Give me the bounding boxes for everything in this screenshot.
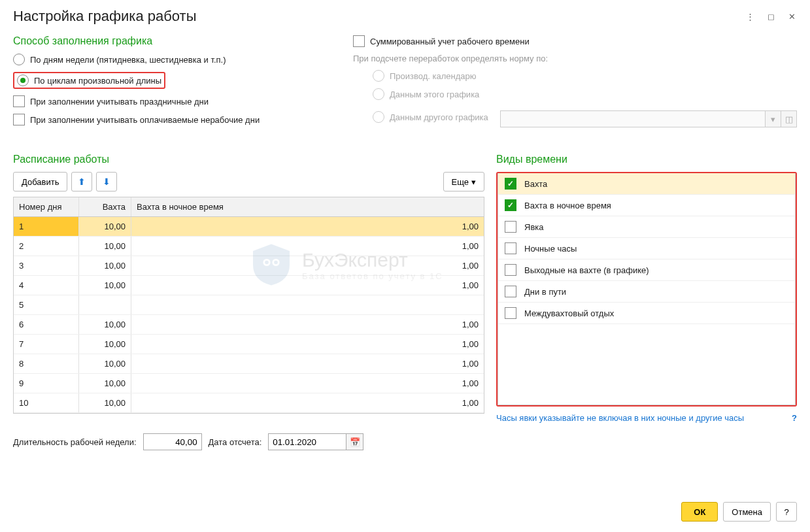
week-length-label: Длительность рабочей недели:: [13, 437, 137, 447]
calendar-icon[interactable]: 📅: [346, 433, 363, 450]
cell-night: 1,00: [131, 374, 484, 393]
time-type-checkbox[interactable]: [505, 264, 516, 276]
table-row[interactable]: 110,001,00: [14, 217, 484, 237]
ok-button[interactable]: ОК: [681, 502, 718, 522]
time-type-checkbox[interactable]: [505, 286, 516, 297]
th-num: Номер дня: [14, 197, 79, 216]
cell-vakhta: 10,00: [79, 256, 131, 275]
maximize-icon[interactable]: ◻: [766, 11, 776, 22]
arrow-down-icon: ⬇: [103, 176, 110, 187]
overtime-norm-label: При подсчете переработок определять норм…: [353, 54, 797, 63]
time-type-checkbox[interactable]: [505, 178, 516, 190]
table-row[interactable]: 810,001,00: [14, 354, 484, 374]
time-type-row[interactable]: Дни в пути: [498, 281, 795, 303]
time-type-label: Явка: [524, 222, 544, 232]
time-type-label: Дни в пути: [524, 287, 566, 297]
close-icon[interactable]: ✕: [786, 11, 797, 22]
check-consider-holidays[interactable]: [13, 95, 25, 107]
cell-night: 1,00: [131, 335, 484, 354]
time-type-label: Междувахтовый отдых: [524, 308, 614, 318]
table-row[interactable]: 910,001,00: [14, 374, 484, 393]
fill-method-title: Способ заполнения графика: [13, 35, 327, 47]
radio-by-cycles-label: По циклам произвольной длины: [34, 76, 161, 86]
cell-num: 1: [14, 217, 79, 236]
time-type-label: Вахта в ночное время: [524, 201, 611, 210]
time-type-checkbox[interactable]: [505, 199, 516, 211]
table-row[interactable]: 1010,001,00: [14, 393, 484, 413]
help-button[interactable]: ?: [776, 502, 797, 522]
table-header: Номер дня Вахта Вахта в ночное время: [14, 197, 484, 217]
time-type-row[interactable]: Междувахтовый отдых: [498, 303, 795, 324]
table-row[interactable]: 410,001,00: [14, 276, 484, 295]
time-type-row[interactable]: Явка: [498, 216, 795, 238]
table-row[interactable]: 210,001,00: [14, 237, 484, 256]
move-down-button[interactable]: ⬇: [96, 172, 117, 191]
start-date-label: Дата отсчета:: [209, 437, 262, 447]
cell-night: 1,00: [131, 256, 484, 275]
cell-vakhta: 10,00: [79, 374, 131, 393]
time-type-checkbox[interactable]: [505, 242, 516, 254]
cell-num: 10: [14, 393, 79, 412]
cell-vakhta: 10,00: [79, 276, 131, 295]
dropdown-icon: ▾: [766, 110, 781, 127]
cell-vakhta: 10,00: [79, 393, 131, 412]
table-row[interactable]: 5: [14, 295, 484, 315]
check-summarized[interactable]: [353, 35, 365, 47]
cell-night: 1,00: [131, 276, 484, 295]
start-date-input[interactable]: [268, 433, 346, 450]
cell-night: 1,00: [131, 217, 484, 236]
check-consider-paid-nonwork-label: При заполнении учитывать оплачиваемые не…: [30, 115, 260, 125]
cell-num: 7: [14, 335, 79, 354]
table-row[interactable]: 710,001,00: [14, 335, 484, 354]
schedule-title: Расписание работы: [13, 154, 484, 165]
cell-vakhta: 10,00: [79, 217, 131, 236]
time-type-row[interactable]: Вахта: [498, 173, 795, 195]
table-row[interactable]: 610,001,00: [14, 315, 484, 335]
radio-norm-this: [373, 88, 384, 100]
th-night: Вахта в ночное время: [131, 197, 484, 216]
other-schedule-input: [500, 110, 766, 127]
cell-vakhta: [79, 295, 131, 314]
time-types-title: Виды времени: [496, 154, 797, 165]
cell-num: 9: [14, 374, 79, 393]
cell-night: 1,00: [131, 393, 484, 412]
check-summarized-label: Суммированный учет рабочего времени: [370, 37, 530, 46]
time-type-label: Вахта: [524, 179, 547, 189]
more-button[interactable]: Еще ▾: [443, 172, 484, 191]
time-type-row[interactable]: Ночные часы: [498, 238, 795, 259]
time-type-row[interactable]: Вахта в ночное время: [498, 195, 795, 216]
move-up-button[interactable]: ⬆: [71, 172, 92, 191]
radio-by-weekdays-label: По дням недели (пятидневка, шестидневка …: [30, 55, 226, 65]
add-button[interactable]: Добавить: [13, 172, 67, 191]
radio-norm-calendar: [373, 70, 384, 82]
cancel-button[interactable]: Отмена: [723, 502, 771, 522]
time-type-label: Выходные на вахте (в графике): [524, 265, 649, 275]
time-type-checkbox[interactable]: [505, 221, 516, 233]
cell-night: [131, 295, 484, 314]
open-icon: ◫: [781, 110, 797, 127]
radio-by-weekdays[interactable]: [13, 54, 25, 65]
cell-night: 1,00: [131, 237, 484, 256]
cell-num: 6: [14, 315, 79, 334]
cell-num: 3: [14, 256, 79, 275]
radio-norm-other: [373, 111, 384, 123]
time-type-checkbox[interactable]: [505, 307, 516, 319]
cell-num: 4: [14, 276, 79, 295]
week-length-input[interactable]: [143, 433, 202, 450]
cell-vakhta: 10,00: [79, 354, 131, 373]
time-type-row[interactable]: Выходные на вахте (в графике): [498, 259, 795, 281]
cell-num: 8: [14, 354, 79, 373]
radio-norm-calendar-label: Производ. календарю: [390, 71, 477, 81]
time-types-list: ВахтаВахта в ночное времяЯвкаНочные часы…: [498, 173, 796, 405]
radio-norm-this-label: Данным этого графика: [390, 90, 479, 99]
radio-by-cycles[interactable]: [17, 75, 29, 86]
th-vakhta: Вахта: [79, 197, 131, 216]
window-title: Настройка графика работы: [13, 8, 745, 25]
kebab-icon[interactable]: ⋮: [745, 11, 755, 22]
hint-help-icon[interactable]: ?: [792, 413, 797, 423]
check-consider-paid-nonwork[interactable]: [13, 114, 25, 125]
cell-vakhta: 10,00: [79, 237, 131, 256]
table-row[interactable]: 310,001,00: [14, 256, 484, 276]
cell-vakhta: 10,00: [79, 335, 131, 354]
time-type-label: Ночные часы: [524, 244, 577, 254]
